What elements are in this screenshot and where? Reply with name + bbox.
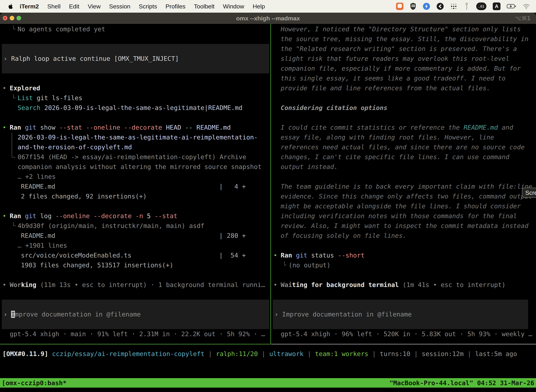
menu-item-iterm2[interactable]: iTerm2 — [15, 3, 43, 10]
session-duration: session:12m — [422, 350, 464, 357]
apple-logo-icon — [8, 3, 13, 9]
omx-project-path: cczip/essay/ai-reimplementation-copyleft — [52, 350, 205, 357]
bullet-icon: • — [2, 211, 6, 221]
waiting-status-line: •Waiting for background terminal (1m 41s… — [271, 280, 536, 290]
menu-item-session[interactable]: Session — [105, 3, 134, 10]
diffstat-summary: 2 files changed, 92 insertions(+) — [0, 191, 270, 201]
screen-share-chip[interactable]: Scre — [522, 187, 536, 198]
reasoning-paragraph: I could cite commit statistics or refere… — [271, 123, 536, 172]
right-pane-bottom-border — [271, 344, 536, 344]
menu-item-help[interactable]: Help — [249, 3, 269, 10]
commit-message-block: 067f154 (HEAD -> essay/ai-reimplementati… — [0, 152, 270, 172]
input-source-icon[interactable]: A — [493, 2, 500, 10]
right-model-status-line: gpt-5.4 xhigh · 96% left · 520K in · 5.8… — [271, 329, 536, 339]
bullet-icon: • — [2, 83, 6, 93]
text-cursor: I — [11, 311, 15, 318]
last-activity: last:5m ago — [475, 350, 517, 357]
ralph-counter: ralph:11/20 — [216, 350, 258, 357]
wifi-icon[interactable] — [523, 4, 530, 9]
figure-app-icon[interactable] — [464, 2, 470, 10]
tree-corner-icon: └ — [12, 221, 15, 231]
left-pane-bottom-border — [0, 344, 270, 344]
diffstat-line: README.md | 280 + — [0, 231, 270, 241]
window-title: omx --xhigh --madmax — [0, 13, 536, 24]
left-prompt-input[interactable]: › Improve documentation in @filename — [2, 300, 269, 329]
working-status-line: •Working (11m 13s • esc to interrupt) · … — [0, 280, 270, 290]
menu-item-view[interactable]: View — [84, 3, 105, 10]
right-prompt-input[interactable]: › Improve documentation in @filename — [273, 300, 528, 329]
menu-item-window[interactable]: Window — [219, 3, 249, 10]
tool-list-line: └List git ls-files — [0, 93, 270, 103]
chat-app-icon[interactable] — [396, 3, 403, 10]
reasoning-paragraph: The team guideline is to back every impo… — [271, 182, 536, 241]
no-output-line: └(no output) — [271, 260, 536, 270]
prompt-arrow-icon: › — [4, 311, 11, 318]
tree-corner-icon: └ — [12, 24, 15, 34]
readme-link: README.md — [464, 124, 498, 131]
agents-status-line: └No agents completed yet — [0, 24, 270, 34]
tree-corner-icon: └ — [282, 260, 287, 270]
prompt-arrow-icon: › — [4, 55, 11, 62]
tree-connector-line — [12, 133, 15, 158]
diffstat-summary: 1903 files changed, 513517 insertions(+) — [0, 260, 270, 270]
ran-git-log-line: •Ran git log --oneline --decorate -n 5 -… — [0, 211, 270, 221]
spinner-bullet-icon: • — [2, 280, 6, 290]
prompt-arrow-icon: › — [274, 311, 282, 318]
menu-status-icons: ..61 A — [396, 2, 536, 10]
bullet-icon: • — [273, 250, 277, 260]
omx-version: [OMX#0.11.9] — [2, 350, 52, 357]
injected-prompt-box[interactable]: › Ralph loop active continue [OMX_TMUX_I… — [2, 44, 269, 73]
tmux-status-bar: [omx-cczip0:bash*"MacBook-Pro-44.local" … — [0, 378, 536, 387]
battery-icon[interactable] — [507, 4, 516, 9]
turns-counter: turns:10 — [380, 350, 410, 357]
timer-badge-icon[interactable]: ..61 — [476, 2, 486, 10]
tool-search-line: Search 2026-03-09-is-legal-the-same-as-l… — [0, 103, 270, 113]
diffstat-line: README.md | 4 + — [0, 182, 270, 191]
dots-grid-icon[interactable] — [450, 3, 457, 10]
reasoning-heading: Considering citation options — [271, 103, 536, 113]
window-shortcut-badge: ⌥⌘1 — [515, 13, 531, 24]
ran-git-show-line: •Ran git show --stat --oneline --decorat… — [0, 123, 270, 132]
window-titlebar: omx --xhigh --madmax ⌥⌘1 — [0, 13, 536, 24]
reasoning-paragraph: However, I noticed the "Directory Struct… — [271, 24, 536, 93]
more-lines-note: … +2 lines — [0, 172, 270, 182]
shield-app-icon[interactable] — [410, 2, 416, 10]
prompt-placeholder-text: mprove documentation in @filename — [15, 311, 141, 318]
ultrawork-badge: ultrawork — [269, 350, 304, 357]
tmux-session-window[interactable]: [omx-cczip0:bash* — [2, 379, 67, 387]
tmux-host-clock: "MacBook-Pro-44.local" 04:52 31-Mar-26 — [389, 379, 534, 387]
ran-git-status-line: •Ran git status --short — [271, 250, 536, 260]
diffstat-line: src/voice/voiceModeEnabled.ts | 54 + — [0, 250, 270, 260]
explored-header: •Explored — [0, 83, 270, 93]
git-log-commit-line: └4b9d30f (origin/main, instructkr/main, … — [0, 221, 270, 231]
spinner-bullet-icon: • — [273, 280, 277, 290]
menu-item-shell[interactable]: Shell — [43, 3, 65, 10]
apple-menu[interactable] — [6, 3, 15, 9]
team-workers-badge: team:1 workers — [315, 350, 368, 357]
injected-prompt-text: Ralph loop active continue [OMX_TMUX_INJ… — [11, 55, 179, 62]
prompt-placeholder-text: Improve documentation in @filename — [282, 311, 412, 318]
menu-bar: iTerm2 Shell Edit View Session Scripts P… — [0, 0, 536, 13]
omx-status-line: [OMX#0.11.9] cczip/essay/ai-reimplementa… — [0, 349, 517, 359]
commit-filename-wrap: 2026-03-09-is-legal-the-same-as-legitima… — [0, 132, 270, 152]
terminal-content: └No agents completed yet › Ralph loop ac… — [0, 24, 536, 392]
menu-item-scripts[interactable]: Scripts — [134, 3, 161, 10]
left-model-status-line: gpt-5.4 xhigh · main · 91% left · 2.31M … — [0, 329, 270, 339]
menu-item-toolbelt[interactable]: Toolbelt — [190, 3, 219, 10]
menu-item-edit[interactable]: Edit — [65, 3, 84, 10]
left-agent-pane: └No agents completed yet › Ralph loop ac… — [0, 24, 270, 339]
right-agent-pane: However, I noticed the "Directory Struct… — [271, 24, 536, 339]
menu-left: iTerm2 Shell Edit View Session Scripts P… — [0, 3, 269, 10]
bullet-icon: • — [2, 123, 6, 132]
blue-bolt-app-icon[interactable] — [423, 3, 430, 10]
record-app-icon[interactable] — [436, 3, 444, 10]
tree-corner-icon: └ — [12, 93, 15, 103]
more-lines-note: … +1901 lines — [0, 241, 270, 250]
menu-item-profiles[interactable]: Profiles — [161, 3, 190, 10]
